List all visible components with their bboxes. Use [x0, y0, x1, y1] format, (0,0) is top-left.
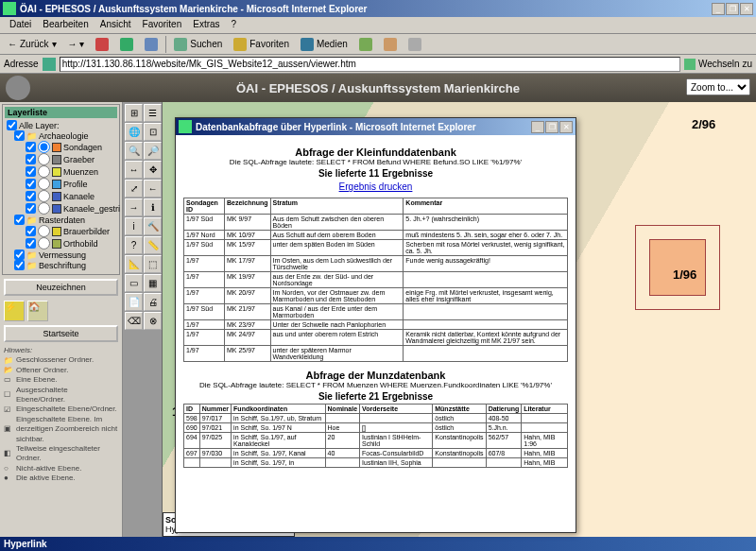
radio-layer[interactable] [38, 237, 50, 250]
tree-layer[interactable]: Kanaele_gestri [63, 204, 120, 214]
tool-icon[interactable]: → [125, 198, 143, 216]
checkbox-layer[interactable] [26, 179, 36, 189]
tree-layer[interactable]: Sondagen [63, 143, 102, 152]
zoom-select[interactable]: Zoom to... [686, 78, 750, 95]
tool-icon[interactable]: ⬚ [144, 255, 162, 273]
tree-layer[interactable]: Brauerbilder [63, 227, 110, 236]
tool-icon[interactable]: ← [144, 180, 162, 198]
tree-group[interactable]: Beschriftung [39, 261, 86, 270]
table-row: 1/97 SüdMK 9/97Aus dem Schutt zwischen d… [184, 215, 568, 231]
popup-maximize-button[interactable]: ❐ [545, 121, 558, 133]
table-row: in Schiff, So. 1/97, inIustinian IIH, So… [184, 458, 568, 468]
tree-layer[interactable]: Muenzen [63, 167, 98, 177]
tool-icon[interactable]: ✥ [144, 161, 162, 179]
tool-icon[interactable]: ☰ [144, 104, 162, 122]
favorites-button[interactable]: Favoriten [230, 37, 293, 52]
refresh-button[interactable] [116, 37, 137, 52]
lightning-icon[interactable]: ⚡ [4, 301, 25, 321]
media-button[interactable]: Medien [297, 37, 352, 52]
tool-icon[interactable]: 🔨 [144, 217, 162, 235]
hyperlink-bar: Hyperlink [0, 537, 756, 551]
radio-layer[interactable] [38, 141, 50, 153]
table-cell: [] [360, 423, 433, 433]
checkbox-layer[interactable] [26, 191, 36, 201]
redraw-button[interactable]: Neuzeichnen [4, 279, 118, 296]
checkbox-layer[interactable] [26, 226, 36, 236]
popup-minimize-button[interactable]: _ [531, 121, 544, 133]
tool-icon[interactable]: ▦ [144, 274, 162, 292]
radio-layer[interactable] [38, 165, 50, 178]
print-link[interactable]: Ergebnis drucken [183, 181, 568, 192]
tree-layer[interactable]: Kanaele [63, 192, 94, 201]
legend-icon: ○ [4, 464, 13, 474]
house-icon[interactable]: 🏠 [27, 301, 48, 321]
tool-icon[interactable]: 🔎 [144, 142, 162, 160]
tool-icon[interactable]: 📏 [144, 236, 162, 254]
menu-bearbeiten[interactable]: Bearbeiten [37, 17, 94, 33]
radio-layer[interactable] [38, 190, 50, 202]
history-button[interactable] [355, 37, 376, 52]
radio-layer[interactable] [38, 202, 50, 215]
forward-button[interactable]: → ▾ [64, 38, 89, 50]
menu-favoriten[interactable]: Favoriten [137, 17, 188, 33]
search-button[interactable]: Suchen [170, 37, 226, 52]
checkbox-all-layers[interactable] [7, 120, 17, 130]
tool-icon[interactable]: ? [125, 236, 143, 254]
home-button[interactable] [141, 37, 162, 52]
radio-layer[interactable] [38, 225, 50, 237]
legend-text: Eine Ebene. [16, 375, 58, 385]
tool-icon[interactable]: ⊗ [144, 312, 162, 330]
radio-layer[interactable] [38, 153, 50, 165]
checkbox-group[interactable] [14, 215, 25, 225]
address-input[interactable] [60, 57, 680, 72]
tool-icon[interactable]: ⤢ [125, 180, 143, 198]
tree-layer[interactable]: Graeber [63, 155, 94, 164]
tool-icon[interactable]: 📄 [125, 293, 143, 311]
tree-layer[interactable]: Orthobild [63, 239, 98, 249]
tree-group[interactable]: Archaeologie [39, 131, 89, 141]
print-button[interactable] [404, 37, 425, 52]
tool-icon[interactable]: ↔ [125, 161, 143, 179]
tool-icon[interactable]: ℹ [144, 198, 162, 216]
tool-icon[interactable]: ▭ [125, 274, 143, 292]
table-cell: Funde wenig aussagekräftig! [404, 256, 568, 272]
tool-icon[interactable]: ⊡ [144, 123, 162, 141]
table-cell: 1/97 Nord [184, 231, 225, 240]
sidebar: Layerliste Alle Layer: 📁 ArchaeologieSon… [0, 102, 123, 537]
checkbox-layer[interactable] [26, 142, 36, 152]
tool-icon[interactable]: 🖨 [144, 293, 162, 311]
menu-extras[interactable]: Extras [187, 17, 225, 33]
tool-icon[interactable]: 🔍 [125, 142, 143, 160]
close-button[interactable]: ✕ [740, 3, 753, 15]
checkbox-group[interactable] [14, 260, 25, 270]
checkbox-layer[interactable] [26, 238, 36, 249]
table-cell: MK 24/97 [225, 330, 271, 346]
tool-icon[interactable]: 📐 [125, 255, 143, 273]
back-button[interactable]: ← Zurück ▾ [4, 38, 60, 50]
tool-icon[interactable]: i [125, 217, 143, 235]
tool-icon[interactable]: ⌫ [125, 312, 143, 330]
maximize-button[interactable]: ❐ [726, 3, 739, 15]
popup-content[interactable]: Abfrage der Kleinfunddatenbank Die SQL-A… [176, 135, 576, 532]
radio-layer[interactable] [38, 178, 50, 190]
mail-button[interactable] [380, 37, 401, 52]
checkbox-layer[interactable] [26, 203, 36, 214]
checkbox-layer[interactable] [26, 154, 36, 164]
tree-group[interactable]: Vermessung [39, 250, 86, 260]
checkbox-layer[interactable] [26, 166, 36, 177]
popup-close-button[interactable]: ✕ [559, 121, 573, 133]
menu-help[interactable]: ? [226, 17, 243, 33]
startpage-button[interactable]: Startseite [4, 325, 118, 342]
tree-layer[interactable]: Profile [63, 180, 88, 189]
stop-button[interactable] [92, 37, 112, 52]
tree-group[interactable]: Rasterdaten [39, 215, 85, 225]
tool-icon[interactable]: 🌐 [125, 123, 143, 141]
menu-datei[interactable]: Datei [4, 17, 37, 33]
tool-icon[interactable]: ⊞ [125, 104, 143, 122]
go-button[interactable]: Wechseln zu [684, 59, 752, 70]
menu-ansicht[interactable]: Ansicht [94, 17, 137, 33]
minimize-button[interactable]: _ [712, 3, 725, 15]
tree-all-layers[interactable]: Alle Layer: [19, 121, 60, 130]
checkbox-group[interactable] [14, 130, 25, 141]
checkbox-group[interactable] [14, 250, 25, 260]
